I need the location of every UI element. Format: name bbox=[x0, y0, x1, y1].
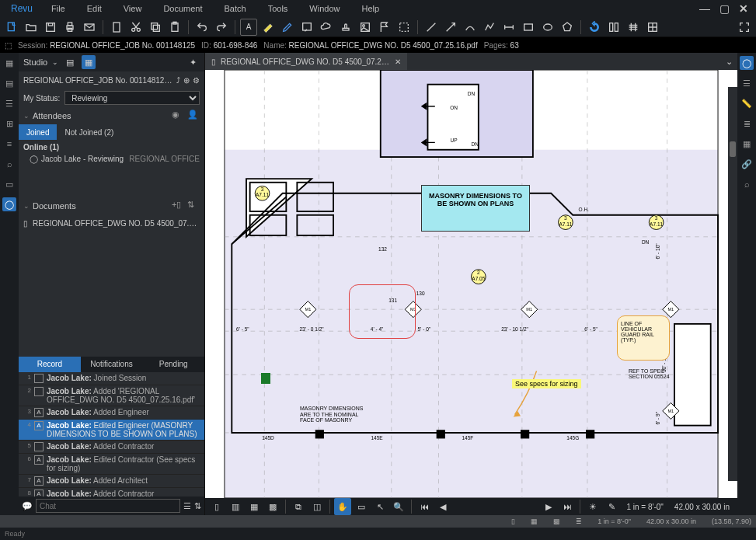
rect-dash-icon[interactable] bbox=[395, 19, 413, 36]
attendee-row[interactable]: ◯ Jacob Lake - Reviewing REGIONAL OFFICE bbox=[23, 153, 200, 165]
compare-icon[interactable]: ⧉ bbox=[290, 498, 307, 515]
document-tab[interactable]: ▯ REGIONAL OFFICE_DWG NO. D5 4500_07.25.… bbox=[205, 53, 407, 70]
highlight-icon[interactable] bbox=[260, 19, 277, 36]
document-icon[interactable] bbox=[108, 19, 125, 36]
cloud-icon[interactable] bbox=[318, 19, 335, 36]
menu-file[interactable]: File bbox=[40, 4, 76, 13]
single-page-icon[interactable]: ▯ bbox=[208, 498, 225, 515]
follow-icon[interactable]: ⊕ bbox=[183, 76, 190, 85]
rail-studio-right-icon[interactable]: ◯ bbox=[740, 56, 754, 70]
sort-icon[interactable]: ⇅ bbox=[194, 501, 201, 511]
rotate-icon[interactable] bbox=[586, 19, 603, 36]
status-doc-icon[interactable]: ▯ bbox=[511, 517, 515, 525]
next-page-icon[interactable]: ▶ bbox=[540, 498, 557, 515]
menu-edit[interactable]: Edit bbox=[76, 4, 113, 13]
maximize-button[interactable]: ▢ bbox=[719, 2, 730, 15]
status-layout-icon[interactable]: ▦ bbox=[531, 517, 538, 525]
settings-icon[interactable]: ⚙ bbox=[193, 76, 200, 85]
guard-rail-cloud[interactable]: LINE OF VEHICULAR GUARD RAIL (TYP.) bbox=[617, 315, 670, 361]
engineer-callout[interactable]: MASONRY DIMENSIONS TO BE SHOWN ON PLANS bbox=[421, 185, 530, 232]
dropdown-icon[interactable]: ⌄ bbox=[52, 58, 58, 66]
attendee-access-icon[interactable]: 👤 bbox=[187, 110, 200, 122]
pointer-icon[interactable]: ↖ bbox=[371, 498, 388, 515]
minimize-button[interactable]: — bbox=[699, 2, 710, 15]
polyline-icon[interactable] bbox=[481, 19, 498, 36]
arrow-icon[interactable] bbox=[442, 19, 459, 36]
flag-icon[interactable] bbox=[376, 19, 393, 36]
attendees-header[interactable]: ⌄ Attendees ◉ 👤 bbox=[19, 107, 204, 124]
cont-side-icon[interactable]: ▩ bbox=[264, 498, 281, 515]
status-grid-icon[interactable]: ▩ bbox=[553, 517, 560, 525]
align-icon[interactable] bbox=[625, 19, 642, 36]
leave-icon[interactable]: ⤴ bbox=[176, 76, 180, 85]
first-page-icon[interactable]: ⏮ bbox=[416, 498, 433, 515]
rect-icon[interactable] bbox=[520, 19, 537, 36]
tab-not-joined[interactable]: Not Joined (2) bbox=[57, 124, 121, 140]
pen-icon[interactable] bbox=[279, 19, 296, 36]
text-icon[interactable]: A bbox=[240, 19, 257, 36]
rail-search-right-icon[interactable]: ⌕ bbox=[740, 177, 754, 191]
menu-batch[interactable]: Batch bbox=[214, 4, 257, 13]
pan-icon[interactable]: ✋ bbox=[334, 498, 351, 515]
vertical-scrollbar[interactable] bbox=[728, 87, 737, 481]
chat-input[interactable] bbox=[36, 499, 180, 513]
record-item[interactable]: 2Jacob Lake: Added 'REGIONAL OFFICE_DWG … bbox=[19, 385, 204, 406]
rail-properties-icon[interactable]: ≡ bbox=[2, 137, 16, 151]
zoom-icon[interactable]: 🔍 bbox=[390, 498, 407, 515]
polygon-icon[interactable] bbox=[559, 19, 576, 36]
last-page-icon[interactable]: ⏭ bbox=[559, 498, 576, 515]
copy-icon[interactable] bbox=[147, 19, 164, 36]
columns-icon[interactable] bbox=[605, 19, 622, 36]
menu-document[interactable]: Document bbox=[152, 4, 213, 13]
email-icon[interactable] bbox=[81, 19, 98, 36]
prev-page-icon[interactable]: ◀ bbox=[434, 498, 451, 515]
wand-icon[interactable]: ✦ bbox=[186, 55, 200, 69]
record-item[interactable]: 5Jacob Lake: Added Contractor bbox=[19, 441, 204, 454]
record-item[interactable]: 8AJacob Lake: Added Contractor bbox=[19, 488, 204, 496]
polygon-marker[interactable] bbox=[261, 373, 270, 384]
rail-forms-icon[interactable]: ▭ bbox=[2, 177, 16, 191]
paste-icon[interactable] bbox=[166, 19, 183, 36]
status-select[interactable]: Reviewing bbox=[64, 91, 200, 105]
tab-record[interactable]: Record bbox=[19, 357, 81, 372]
save-icon[interactable] bbox=[42, 19, 59, 36]
rail-links-icon[interactable]: 🔗 bbox=[740, 157, 754, 171]
drawing-canvas[interactable]: 3A7.11 3A7.11 3A7.11 2A7.05 M1 M1 M1 M1 … bbox=[205, 70, 737, 498]
menu-window[interactable]: Window bbox=[298, 4, 350, 13]
side-by-side-icon[interactable]: ▦ bbox=[246, 498, 263, 515]
print-icon[interactable] bbox=[61, 19, 78, 36]
documents-header[interactable]: ⌄ Documents +▯ ⇅ bbox=[19, 197, 204, 214]
ellipse-icon[interactable] bbox=[539, 19, 556, 36]
menu-tools[interactable]: Tools bbox=[257, 4, 299, 13]
open-file-icon[interactable] bbox=[23, 19, 40, 36]
tab-pending[interactable]: Pending bbox=[142, 357, 204, 372]
rail-search-icon[interactable]: ⌕ bbox=[2, 157, 16, 171]
grid-icon[interactable] bbox=[644, 19, 661, 36]
rail-bookmarks-icon[interactable]: ☰ bbox=[2, 96, 16, 110]
line-icon[interactable] bbox=[423, 19, 440, 36]
filter-icon[interactable]: ☰ bbox=[183, 501, 191, 511]
doc-sort-icon[interactable]: ⇅ bbox=[187, 200, 200, 212]
rail-toolchest-icon[interactable]: ⊞ bbox=[2, 117, 16, 131]
tab-dropdown-icon[interactable]: ⌄ bbox=[720, 53, 737, 70]
rail-markups-icon[interactable]: ☰ bbox=[740, 76, 754, 90]
image-icon[interactable] bbox=[357, 19, 374, 36]
record-item[interactable]: 7AJacob Lake: Added Architect bbox=[19, 475, 204, 488]
rail-thumbnails-icon[interactable]: ▤ bbox=[2, 76, 16, 90]
rail-file-icon[interactable]: ▦ bbox=[2, 56, 16, 70]
undo-icon[interactable] bbox=[193, 19, 211, 36]
rail-spaces-icon[interactable]: ▦ bbox=[740, 137, 754, 151]
tab-joined[interactable]: Joined bbox=[19, 124, 57, 140]
split-icon[interactable]: ◫ bbox=[308, 498, 326, 515]
menu-view[interactable]: View bbox=[113, 4, 153, 13]
contractor-callout[interactable]: See specs for sizing bbox=[512, 379, 581, 388]
architect-cloud[interactable] bbox=[349, 284, 416, 339]
doc-item[interactable]: ▯ REGIONAL OFFICE_DWG NO. D5 4500_07.2… bbox=[23, 218, 200, 229]
cut-icon[interactable] bbox=[127, 19, 145, 36]
follow-attendee-icon[interactable]: ◉ bbox=[172, 110, 184, 122]
record-item[interactable]: 1Jacob Lake: Joined Session bbox=[19, 372, 204, 385]
close-tab-icon[interactable]: ✕ bbox=[395, 57, 401, 66]
calibrate-icon[interactable]: ✎ bbox=[603, 498, 620, 515]
record-list[interactable]: 1Jacob Lake: Joined Session2Jacob Lake: … bbox=[19, 372, 204, 496]
rail-measure-icon[interactable]: 📏 bbox=[740, 96, 754, 110]
